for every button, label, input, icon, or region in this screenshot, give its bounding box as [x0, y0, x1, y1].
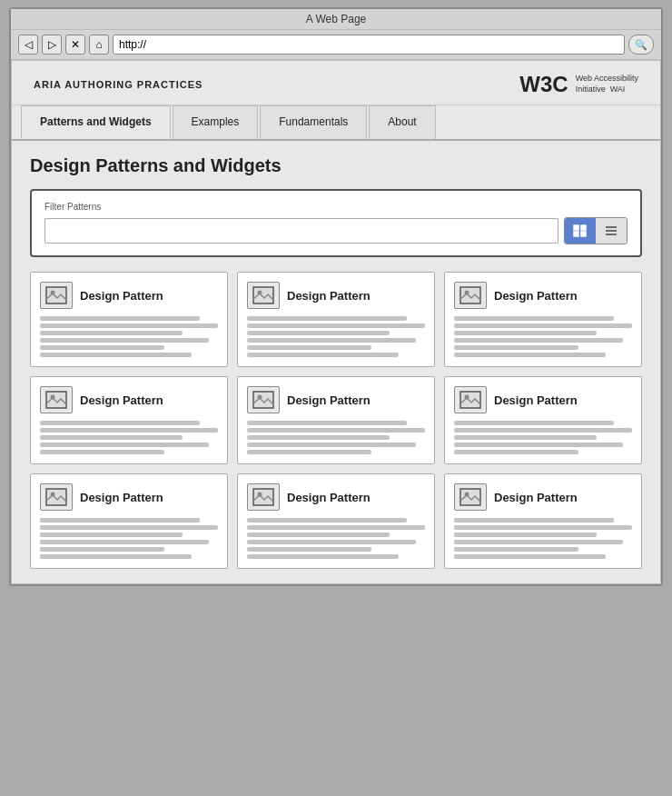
text-line	[454, 525, 632, 530]
text-line	[40, 554, 192, 559]
text-line	[40, 435, 183, 440]
svg-rect-13	[46, 392, 66, 408]
text-line	[247, 353, 399, 357]
pattern-card[interactable]: Design Pattern	[30, 272, 228, 367]
card-image	[40, 282, 73, 309]
card-title: Design Pattern	[80, 393, 163, 407]
card-image	[40, 483, 73, 511]
card-header: Design Pattern	[247, 386, 425, 413]
text-line	[247, 345, 371, 350]
text-line	[40, 331, 183, 335]
card-text-lines	[247, 518, 425, 559]
card-image	[454, 282, 487, 309]
text-line	[40, 338, 209, 343]
forward-button[interactable]: ▷	[42, 35, 62, 55]
card-image	[454, 483, 487, 511]
filter-box: Filter Patterns	[30, 189, 642, 257]
card-text-lines	[454, 421, 632, 454]
svg-rect-17	[460, 392, 480, 408]
text-line	[454, 450, 578, 454]
text-line	[247, 525, 425, 530]
text-line	[454, 518, 614, 522]
text-line	[40, 323, 218, 328]
text-line	[40, 421, 200, 425]
url-bar[interactable]	[113, 35, 625, 55]
pattern-card[interactable]: Design Pattern	[237, 376, 435, 464]
nav-item-about[interactable]: About	[369, 105, 435, 139]
svg-rect-21	[253, 489, 273, 505]
text-line	[247, 421, 407, 425]
pattern-card[interactable]: Design Pattern	[444, 473, 642, 569]
text-line	[454, 435, 597, 440]
text-line	[247, 547, 371, 552]
card-header: Design Pattern	[247, 282, 425, 309]
card-title: Design Pattern	[287, 393, 371, 407]
text-line	[40, 525, 218, 530]
grid-view-button[interactable]	[565, 218, 596, 244]
card-text-lines	[454, 316, 632, 357]
card-title: Design Pattern	[287, 289, 371, 303]
list-view-button[interactable]	[596, 218, 627, 244]
svg-rect-19	[46, 489, 66, 505]
back-button[interactable]: ◁	[18, 35, 38, 55]
view-toggle	[564, 217, 628, 244]
text-line	[454, 345, 578, 350]
svg-rect-3	[581, 232, 586, 236]
pattern-card[interactable]: Design Pattern	[30, 376, 228, 464]
card-title: Design Pattern	[494, 393, 578, 407]
w3c-logo: W3C Web Accessibility Initiative WAI	[519, 74, 638, 95]
card-title: Design Pattern	[80, 491, 163, 504]
text-line	[247, 323, 425, 328]
svg-rect-11	[460, 287, 480, 303]
browser-toolbar: ◁ ▷ ✕ ⌂ 🔍	[11, 30, 661, 60]
pattern-card[interactable]: Design Pattern	[30, 473, 228, 569]
card-image	[454, 386, 487, 413]
text-line	[247, 316, 407, 321]
filter-input[interactable]	[44, 218, 558, 244]
text-line	[247, 443, 416, 447]
text-line	[454, 547, 578, 552]
home-button[interactable]: ⌂	[89, 35, 109, 55]
text-line	[247, 532, 390, 537]
card-text-lines	[247, 421, 425, 454]
text-line	[40, 450, 164, 454]
close-button[interactable]: ✕	[65, 35, 85, 55]
text-line	[247, 518, 407, 522]
pattern-card[interactable]: Design Pattern	[237, 473, 435, 569]
search-button[interactable]: 🔍	[628, 35, 654, 55]
pattern-card[interactable]: Design Pattern	[444, 376, 642, 464]
pattern-card[interactable]: Design Pattern	[444, 272, 642, 367]
text-line	[454, 443, 623, 447]
browser-window: A Web Page ◁ ▷ ✕ ⌂ 🔍 ARIA AUTHORING PRAC…	[9, 7, 663, 586]
card-text-lines	[247, 316, 425, 357]
card-title: Design Pattern	[80, 289, 163, 303]
card-header: Design Pattern	[454, 483, 632, 511]
text-line	[454, 428, 632, 433]
card-header: Design Pattern	[40, 386, 218, 413]
site-header: ARIA AUTHORING PRACTICES W3C Web Accessi…	[12, 61, 660, 105]
nav-item-patterns[interactable]: Patterns and Widgets	[21, 105, 171, 139]
text-line	[40, 316, 200, 321]
browser-title: A Web Page	[11, 9, 661, 30]
card-header: Design Pattern	[247, 483, 425, 511]
page-heading: Design Patterns and Widgets	[30, 155, 642, 176]
svg-rect-9	[253, 287, 273, 303]
page-content: ARIA AUTHORING PRACTICES W3C Web Accessi…	[11, 60, 661, 584]
main-content: Design Patterns and Widgets Filter Patte…	[12, 141, 660, 583]
text-line	[247, 435, 390, 440]
text-line	[247, 338, 416, 343]
filter-label: Filter Patterns	[44, 202, 628, 212]
card-image	[247, 386, 280, 413]
nav-item-fundamentals[interactable]: Fundamentals	[260, 105, 367, 139]
nav-item-examples[interactable]: Examples	[173, 105, 259, 139]
text-line	[454, 331, 597, 335]
text-line	[40, 353, 192, 357]
pattern-card[interactable]: Design Pattern	[237, 272, 435, 367]
text-line	[454, 540, 623, 544]
svg-rect-23	[460, 489, 480, 505]
card-header: Design Pattern	[454, 386, 632, 413]
text-line	[247, 428, 425, 433]
card-title: Design Pattern	[494, 289, 578, 303]
text-line	[40, 345, 164, 350]
text-line	[40, 540, 209, 544]
